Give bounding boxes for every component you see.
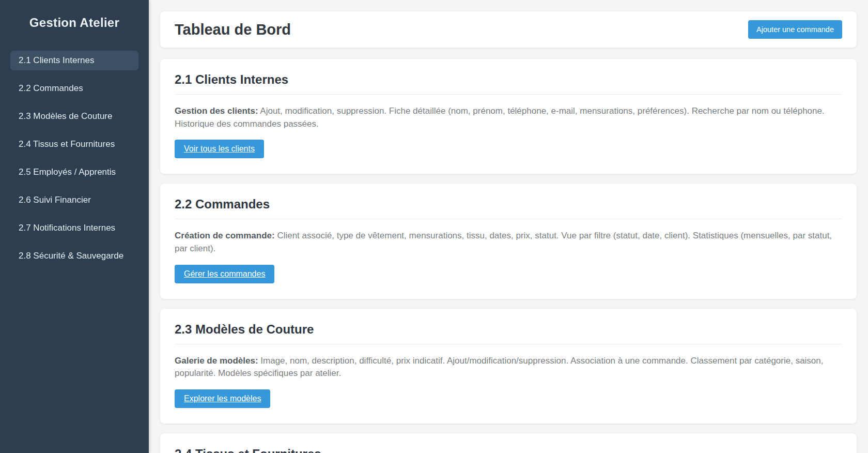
divider [175,219,842,219]
divider [175,344,842,344]
card-modeles-couture: 2.3 Modèles de Couture Galerie de modèle… [160,309,857,424]
card-description-text: Ajout, modification, suppression. Fiche … [175,106,825,129]
sidebar-item-modeles[interactable]: 2.3 Modèles de Couture [10,107,138,126]
sidebar-nav: 2.1 Clients Internes 2.2 Commandes 2.3 M… [0,51,149,266]
ajouter-commande-button[interactable]: Ajouter une commande [748,20,842,39]
page-title: Tableau de Bord [175,21,291,38]
app-title: Gestion Atelier [0,0,149,30]
card-tissus-fournitures: 2.4 Tissus et Fournitures [160,433,857,453]
gerer-commandes-button[interactable]: Gérer les commandes [175,265,274,283]
sidebar-item-clients[interactable]: 2.1 Clients Internes [10,51,138,70]
sidebar-item-notifications[interactable]: 2.7 Notifications Internes [10,218,138,238]
card-title: 2.1 Clients Internes [175,72,842,87]
sidebar-item-securite[interactable]: 2.8 Sécurité & Sauvegarde [10,246,138,266]
voir-clients-button[interactable]: Voir tous les clients [175,140,264,158]
card-lead: Galerie de modèles: [175,356,258,366]
explorer-modeles-button[interactable]: Explorer les modèles [175,389,270,408]
card-description: Création de commande: Client associé, ty… [175,230,842,255]
sidebar-item-tissus[interactable]: 2.4 Tissus et Fournitures [10,134,138,154]
sidebar-item-financier[interactable]: 2.6 Suivi Financier [10,190,138,210]
card-clients-internes: 2.1 Clients Internes Gestion des clients… [160,59,857,174]
divider [175,94,842,95]
card-lead: Gestion des clients: [175,106,258,116]
card-title: 2.4 Tissus et Fournitures [175,447,842,453]
card-description-text: Image, nom, description, difficulté, pri… [175,356,824,379]
sidebar-item-commandes[interactable]: 2.2 Commandes [10,79,138,98]
card-title: 2.2 Commandes [175,197,842,212]
card-lead: Création de commande: [175,231,275,240]
card-title: 2.3 Modèles de Couture [175,322,842,337]
card-description: Gestion des clients: Ajout, modification… [175,105,842,130]
main-content: Tableau de Bord Ajouter une commande 2.1… [149,0,868,453]
card-commandes: 2.2 Commandes Création de commande: Clie… [160,184,857,298]
card-description: Galerie de modèles: Image, nom, descript… [175,355,842,380]
sidebar: Gestion Atelier 2.1 Clients Internes 2.2… [0,0,149,453]
sidebar-item-employes[interactable]: 2.5 Employés / Apprentis [10,162,138,182]
page-header: Tableau de Bord Ajouter une commande [160,11,857,48]
